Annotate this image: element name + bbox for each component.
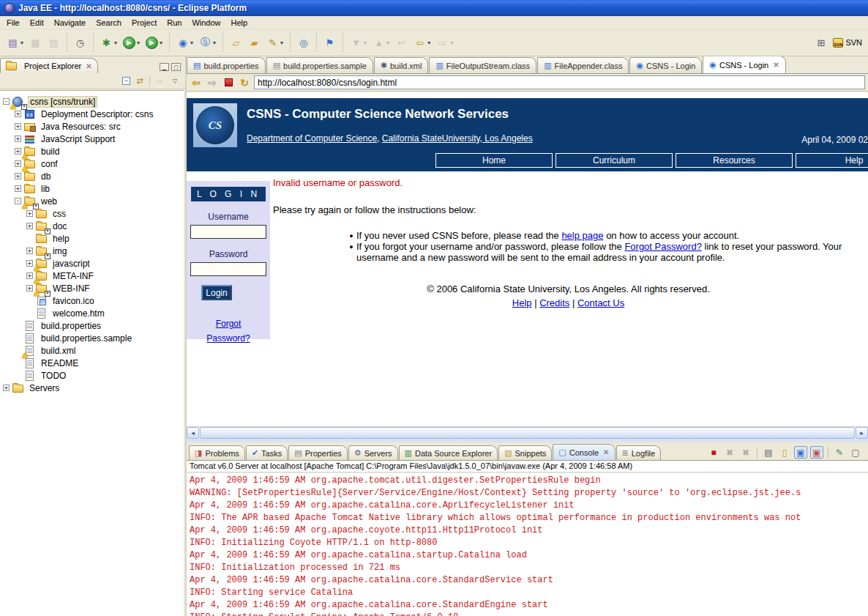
menu-edit[interactable]: Edit [25,17,49,29]
open-perspective-button[interactable]: ⊞ [813,34,828,51]
tree-expander-icon[interactable]: + [15,185,21,192]
browser-forward-icon[interactable]: ⇨ [206,76,219,89]
tree-item-javascript[interactable]: +javascript [0,257,184,270]
tree-expander-icon[interactable]: + [15,148,21,155]
tree-expander-icon[interactable]: + [15,160,21,167]
web-service-explorer-icon[interactable]: Ⓢ▾ [198,34,217,51]
editor-tab-csns-login[interactable]: ◉CSNS - Login✕ [703,56,785,73]
tree-item-web[interactable]: -*web [0,195,184,207]
tree-item-db[interactable]: +db [0,170,184,182]
editor-tab-fileoutputstream-class[interactable]: ▥FileOutputStream.class [429,57,536,73]
menu-run[interactable]: Run [162,17,187,29]
open-console-icon[interactable]: ▢ [849,446,862,459]
nav-button-curriculum[interactable]: Curriculum [555,153,673,168]
new-web-service-icon[interactable]: ◉▾ [175,34,195,51]
terminate-icon[interactable]: ■ [707,446,720,459]
tree-item-lib[interactable]: +lib [0,182,184,195]
nav-button-resources[interactable]: Resources [676,153,793,168]
tab-console[interactable]: ▢Console✕ [553,444,615,460]
tree-item-favicon-ico[interactable]: favicon.ico [0,294,184,307]
tree-item-css[interactable]: +css [0,207,184,220]
menu-project[interactable]: Project [127,17,162,29]
console-output[interactable]: Apr 4, 2009 1:46:59 AM org.apache.tomcat… [187,473,868,616]
browser-refresh-icon[interactable]: ↻ [238,76,251,89]
menu-help[interactable]: Help [226,17,253,29]
tree-expander-icon[interactable]: + [26,260,33,267]
show-stderr-icon[interactable]: ▣ [810,446,823,459]
view-menu-icon[interactable]: ▽ [169,75,181,86]
tree-item-doc[interactable]: +*doc [0,220,184,232]
tree-item-build-properties[interactable]: build.properties [0,319,184,332]
tree-expander-icon[interactable]: - [3,98,10,105]
instruction-link[interactable]: Forgot Password? [624,241,702,252]
tree-item-servers[interactable]: +Servers [0,382,184,394]
tree-expander-icon[interactable]: + [15,136,21,142]
tree-expander-icon[interactable]: + [3,385,10,391]
instruction-link[interactable]: help page [561,230,603,241]
customize-view-icon[interactable]: ◦◦ [154,75,165,86]
editor-tab-build-properties[interactable]: ▤build.properties [187,57,266,73]
tree-expander-icon[interactable]: + [26,248,33,254]
tree-expander-icon[interactable]: + [15,123,21,130]
tab-problems[interactable]: ◨Problems [189,445,245,460]
tree-expander-icon[interactable]: + [15,173,21,179]
close-icon[interactable]: ✕ [86,62,91,70]
tree-item-build[interactable]: +build [0,145,184,157]
university-link[interactable]: California StateUniversity, Los Angeles [382,133,533,144]
tree-item-build-properties-sample[interactable]: build.properties.sample [0,332,184,344]
back-icon[interactable]: ⇦▾ [412,34,432,51]
scroll-right-icon[interactable]: ▸ [856,427,868,439]
tree-item-java-resources-src[interactable]: +Java Resources: src [0,120,184,133]
debug-icon[interactable]: ✱▾ [99,34,119,51]
menu-navigate[interactable]: Navigate [49,17,91,29]
tree-item-deployment-descriptor-csns[interactable]: +2.5Deployment Descriptor: csns [0,108,184,120]
browser-back-icon[interactable]: ⇦ [190,76,203,89]
footer-link-contact-us[interactable]: Contact Us [577,297,624,308]
tab-tasks[interactable]: ✔Tasks [246,445,288,460]
footer-link-help[interactable]: Help [512,297,532,308]
close-icon[interactable]: ✕ [603,448,609,456]
tree-item-img[interactable]: +*img [0,245,184,257]
tree-item-meta-inf[interactable]: +META-INF [0,270,184,282]
tab-properties[interactable]: ▤Properties [288,445,348,460]
pin-console-icon[interactable]: ✎ [833,446,846,459]
open-task-icon[interactable]: ◷ [72,34,88,51]
tree-expander-icon[interactable]: + [26,223,33,229]
tab-data-source-explorer[interactable]: ▥Data Source Explorer [399,445,498,460]
tree-expander-icon[interactable]: + [15,111,21,117]
tree-item-web-inf[interactable]: +*WEB-INF [0,282,184,294]
search-icon[interactable]: ✎▾ [265,34,285,51]
tree-expander-icon[interactable]: + [26,285,33,292]
dept-link[interactable]: Department of Computer Science [247,133,377,144]
tab-logfile[interactable]: ≣Logfile [616,445,662,460]
tab-snippets[interactable]: ▧Snippets [498,445,552,460]
svn-perspective-button[interactable]: SVN SVN [830,37,865,49]
run-history-icon[interactable]: ▶▾ [144,34,164,51]
tree-item-conf[interactable]: +conf [0,157,184,170]
tab-project-explorer[interactable]: Project Explorer ✕ [0,58,98,73]
tree-item-csns-csns-trunk-[interactable]: -*csns [csns/trunk] [0,95,184,108]
maximize-view-icon[interactable]: ▢ [171,63,181,71]
nav-button-help[interactable]: Help [796,153,868,168]
tree-expander-icon[interactable]: + [26,272,33,279]
scroll-lock-icon[interactable]: ▯ [778,446,791,459]
scrollbar-thumb[interactable] [200,427,855,439]
title-bar[interactable]: Java EE - http://localhost:8080/csns/ - … [0,0,868,16]
web-browser-icon[interactable]: ◎ [296,34,311,51]
link-with-editor-icon[interactable]: ⇄ [134,75,146,86]
tab-servers[interactable]: ⚙Servers [348,445,398,460]
close-icon[interactable]: ✕ [773,61,779,69]
tree-expander-icon[interactable]: - [15,198,21,204]
menu-window[interactable]: Window [187,17,225,29]
tree-item-readme[interactable]: README [0,357,184,369]
clear-console-icon[interactable]: ▤ [762,446,775,459]
tree-item-help[interactable]: help [0,232,184,245]
editor-tab-build-properties-sample[interactable]: ▤build.properties.sample [266,57,373,73]
nav-button-home[interactable]: Home [435,153,553,168]
editor-tab-csns-login[interactable]: ◉CSNS - Login [629,57,702,73]
menu-file[interactable]: File [1,17,25,29]
browser-hscrollbar[interactable]: ◂ ▸ [187,426,868,439]
export-icon[interactable]: ▰ [247,34,262,51]
scroll-left-icon[interactable]: ◂ [187,427,199,439]
tree-expander-icon[interactable]: + [26,210,33,217]
